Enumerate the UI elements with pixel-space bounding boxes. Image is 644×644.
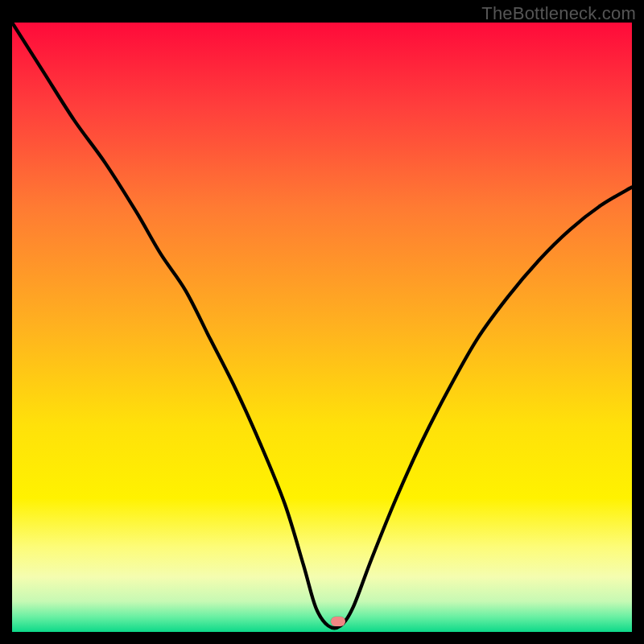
watermark-text: TheBottleneck.com bbox=[481, 3, 636, 24]
gradient-background bbox=[12, 23, 632, 632]
chart-wrapper: TheBottleneck.com bbox=[0, 0, 644, 644]
plot-area bbox=[12, 23, 632, 632]
bottleneck-chart-svg bbox=[12, 23, 632, 632]
optimal-marker bbox=[331, 617, 345, 626]
